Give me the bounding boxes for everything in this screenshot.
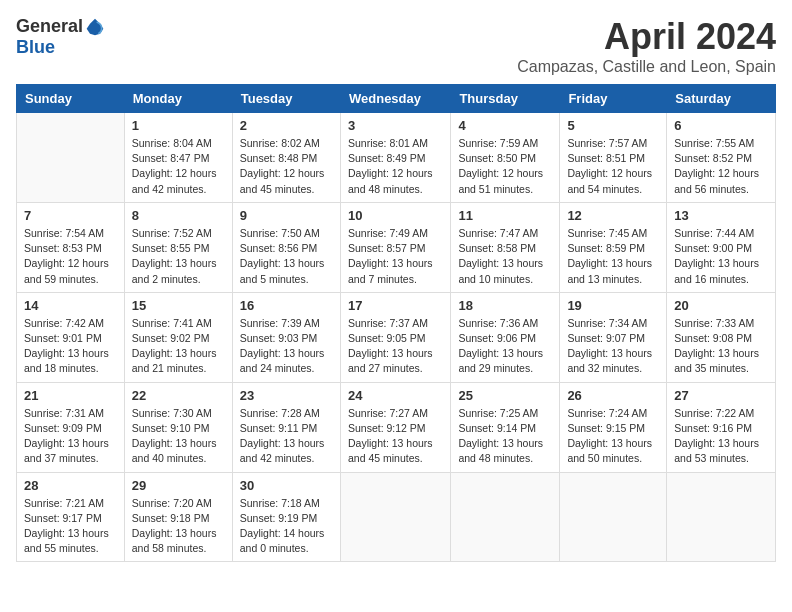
day-info: Sunrise: 7:24 AM Sunset: 9:15 PM Dayligh… (567, 406, 659, 467)
day-info: Sunrise: 7:44 AM Sunset: 9:00 PM Dayligh… (674, 226, 768, 287)
weekday-header-saturday: Saturday (667, 85, 776, 113)
calendar-week-row: 1Sunrise: 8:04 AM Sunset: 8:47 PM Daylig… (17, 113, 776, 203)
day-number: 21 (24, 388, 117, 403)
month-title: April 2024 (517, 16, 776, 58)
day-info: Sunrise: 8:01 AM Sunset: 8:49 PM Dayligh… (348, 136, 443, 197)
calendar-cell: 6Sunrise: 7:55 AM Sunset: 8:52 PM Daylig… (667, 113, 776, 203)
calendar-cell (17, 113, 125, 203)
weekday-header-friday: Friday (560, 85, 667, 113)
calendar-cell: 29Sunrise: 7:20 AM Sunset: 9:18 PM Dayli… (124, 472, 232, 562)
calendar-cell: 15Sunrise: 7:41 AM Sunset: 9:02 PM Dayli… (124, 292, 232, 382)
day-number: 19 (567, 298, 659, 313)
day-number: 14 (24, 298, 117, 313)
weekday-header-tuesday: Tuesday (232, 85, 340, 113)
logo-icon (85, 17, 105, 37)
header: General Blue April 2024 Campazas, Castil… (16, 16, 776, 76)
calendar-cell: 27Sunrise: 7:22 AM Sunset: 9:16 PM Dayli… (667, 382, 776, 472)
day-number: 4 (458, 118, 552, 133)
calendar-cell (451, 472, 560, 562)
calendar-cell (560, 472, 667, 562)
calendar-cell: 23Sunrise: 7:28 AM Sunset: 9:11 PM Dayli… (232, 382, 340, 472)
day-info: Sunrise: 7:20 AM Sunset: 9:18 PM Dayligh… (132, 496, 225, 557)
calendar-cell: 19Sunrise: 7:34 AM Sunset: 9:07 PM Dayli… (560, 292, 667, 382)
day-info: Sunrise: 7:25 AM Sunset: 9:14 PM Dayligh… (458, 406, 552, 467)
weekday-header-sunday: Sunday (17, 85, 125, 113)
calendar-cell: 26Sunrise: 7:24 AM Sunset: 9:15 PM Dayli… (560, 382, 667, 472)
day-info: Sunrise: 7:36 AM Sunset: 9:06 PM Dayligh… (458, 316, 552, 377)
day-number: 9 (240, 208, 333, 223)
day-number: 13 (674, 208, 768, 223)
day-number: 8 (132, 208, 225, 223)
day-info: Sunrise: 8:04 AM Sunset: 8:47 PM Dayligh… (132, 136, 225, 197)
calendar-cell: 20Sunrise: 7:33 AM Sunset: 9:08 PM Dayli… (667, 292, 776, 382)
day-number: 17 (348, 298, 443, 313)
day-number: 12 (567, 208, 659, 223)
day-number: 15 (132, 298, 225, 313)
day-number: 3 (348, 118, 443, 133)
calendar-cell: 18Sunrise: 7:36 AM Sunset: 9:06 PM Dayli… (451, 292, 560, 382)
day-info: Sunrise: 7:28 AM Sunset: 9:11 PM Dayligh… (240, 406, 333, 467)
day-number: 23 (240, 388, 333, 403)
day-number: 26 (567, 388, 659, 403)
logo: General Blue (16, 16, 105, 58)
day-number: 6 (674, 118, 768, 133)
day-info: Sunrise: 7:34 AM Sunset: 9:07 PM Dayligh… (567, 316, 659, 377)
calendar-cell: 11Sunrise: 7:47 AM Sunset: 8:58 PM Dayli… (451, 202, 560, 292)
weekday-header-row: SundayMondayTuesdayWednesdayThursdayFrid… (17, 85, 776, 113)
day-info: Sunrise: 7:18 AM Sunset: 9:19 PM Dayligh… (240, 496, 333, 557)
day-number: 28 (24, 478, 117, 493)
location-title: Campazas, Castille and Leon, Spain (517, 58, 776, 76)
day-number: 16 (240, 298, 333, 313)
day-info: Sunrise: 7:21 AM Sunset: 9:17 PM Dayligh… (24, 496, 117, 557)
title-area: April 2024 Campazas, Castille and Leon, … (517, 16, 776, 76)
logo-blue-text: Blue (16, 37, 55, 58)
calendar-cell: 4Sunrise: 7:59 AM Sunset: 8:50 PM Daylig… (451, 113, 560, 203)
day-info: Sunrise: 7:33 AM Sunset: 9:08 PM Dayligh… (674, 316, 768, 377)
day-info: Sunrise: 7:55 AM Sunset: 8:52 PM Dayligh… (674, 136, 768, 197)
calendar-cell: 17Sunrise: 7:37 AM Sunset: 9:05 PM Dayli… (340, 292, 450, 382)
calendar-cell (340, 472, 450, 562)
calendar-cell: 21Sunrise: 7:31 AM Sunset: 9:09 PM Dayli… (17, 382, 125, 472)
calendar-cell: 10Sunrise: 7:49 AM Sunset: 8:57 PM Dayli… (340, 202, 450, 292)
calendar-cell: 12Sunrise: 7:45 AM Sunset: 8:59 PM Dayli… (560, 202, 667, 292)
day-info: Sunrise: 7:52 AM Sunset: 8:55 PM Dayligh… (132, 226, 225, 287)
calendar-cell: 8Sunrise: 7:52 AM Sunset: 8:55 PM Daylig… (124, 202, 232, 292)
day-number: 22 (132, 388, 225, 403)
day-info: Sunrise: 7:30 AM Sunset: 9:10 PM Dayligh… (132, 406, 225, 467)
day-number: 10 (348, 208, 443, 223)
day-number: 24 (348, 388, 443, 403)
day-info: Sunrise: 7:49 AM Sunset: 8:57 PM Dayligh… (348, 226, 443, 287)
calendar-cell: 9Sunrise: 7:50 AM Sunset: 8:56 PM Daylig… (232, 202, 340, 292)
day-number: 2 (240, 118, 333, 133)
day-number: 5 (567, 118, 659, 133)
day-number: 30 (240, 478, 333, 493)
day-number: 18 (458, 298, 552, 313)
calendar-cell: 1Sunrise: 8:04 AM Sunset: 8:47 PM Daylig… (124, 113, 232, 203)
day-number: 1 (132, 118, 225, 133)
calendar-cell: 22Sunrise: 7:30 AM Sunset: 9:10 PM Dayli… (124, 382, 232, 472)
day-number: 11 (458, 208, 552, 223)
calendar-cell: 24Sunrise: 7:27 AM Sunset: 9:12 PM Dayli… (340, 382, 450, 472)
calendar-week-row: 14Sunrise: 7:42 AM Sunset: 9:01 PM Dayli… (17, 292, 776, 382)
day-info: Sunrise: 7:57 AM Sunset: 8:51 PM Dayligh… (567, 136, 659, 197)
day-number: 29 (132, 478, 225, 493)
calendar-cell: 28Sunrise: 7:21 AM Sunset: 9:17 PM Dayli… (17, 472, 125, 562)
calendar-week-row: 28Sunrise: 7:21 AM Sunset: 9:17 PM Dayli… (17, 472, 776, 562)
day-number: 20 (674, 298, 768, 313)
calendar-cell: 30Sunrise: 7:18 AM Sunset: 9:19 PM Dayli… (232, 472, 340, 562)
day-info: Sunrise: 7:50 AM Sunset: 8:56 PM Dayligh… (240, 226, 333, 287)
day-info: Sunrise: 7:42 AM Sunset: 9:01 PM Dayligh… (24, 316, 117, 377)
day-info: Sunrise: 7:31 AM Sunset: 9:09 PM Dayligh… (24, 406, 117, 467)
day-info: Sunrise: 7:39 AM Sunset: 9:03 PM Dayligh… (240, 316, 333, 377)
calendar-cell: 2Sunrise: 8:02 AM Sunset: 8:48 PM Daylig… (232, 113, 340, 203)
calendar-cell: 13Sunrise: 7:44 AM Sunset: 9:00 PM Dayli… (667, 202, 776, 292)
day-info: Sunrise: 7:47 AM Sunset: 8:58 PM Dayligh… (458, 226, 552, 287)
weekday-header-wednesday: Wednesday (340, 85, 450, 113)
day-info: Sunrise: 8:02 AM Sunset: 8:48 PM Dayligh… (240, 136, 333, 197)
day-info: Sunrise: 7:27 AM Sunset: 9:12 PM Dayligh… (348, 406, 443, 467)
calendar-week-row: 7Sunrise: 7:54 AM Sunset: 8:53 PM Daylig… (17, 202, 776, 292)
day-number: 27 (674, 388, 768, 403)
logo-general-text: General (16, 16, 83, 37)
day-info: Sunrise: 7:54 AM Sunset: 8:53 PM Dayligh… (24, 226, 117, 287)
calendar-cell: 7Sunrise: 7:54 AM Sunset: 8:53 PM Daylig… (17, 202, 125, 292)
